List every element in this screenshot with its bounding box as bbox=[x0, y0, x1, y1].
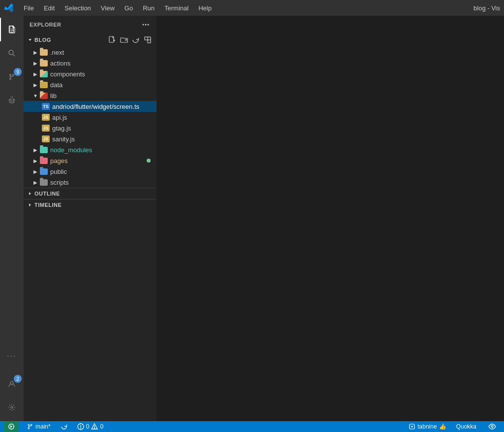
tabnine-label: tabnine bbox=[417, 423, 437, 430]
folder-node-modules-label: node_modules bbox=[50, 146, 92, 154]
status-bar: main* 0 0 tabnine 👍 Quokka bbox=[0, 421, 504, 432]
more-icon bbox=[142, 21, 150, 29]
folder-components-icon bbox=[39, 69, 48, 78]
tree-item-api-js[interactable]: JS api.js bbox=[24, 112, 157, 123]
activity-item-more[interactable]: ··· bbox=[0, 344, 24, 368]
ts-file-icon: TS bbox=[41, 102, 50, 111]
menu-help[interactable]: Help bbox=[194, 3, 216, 13]
folder-public-label: public bbox=[50, 168, 67, 175]
tree-item-node-modules[interactable]: ▶ node_modules bbox=[24, 144, 157, 155]
vscode-logo-icon bbox=[4, 3, 14, 13]
tabnine-icon bbox=[409, 423, 415, 430]
activity-item-settings[interactable] bbox=[0, 396, 24, 419]
svg-point-13 bbox=[143, 24, 144, 25]
status-sync[interactable] bbox=[59, 421, 69, 432]
tree-item-sanity-js[interactable]: JS sanity.js bbox=[24, 133, 157, 144]
tree-item-pages[interactable]: ▶ pages bbox=[24, 155, 157, 166]
chevron-right-icon: ▶ bbox=[32, 70, 39, 78]
collapse-icon bbox=[144, 36, 152, 44]
refresh-button[interactable] bbox=[131, 35, 141, 45]
activity-item-explorer[interactable] bbox=[0, 18, 24, 41]
menu-view[interactable]: View bbox=[97, 3, 119, 13]
main-layout: 9 ··· bbox=[0, 16, 504, 421]
blog-section-header[interactable]: BLOG bbox=[24, 33, 157, 47]
chevron-right-icon bbox=[28, 202, 32, 207]
warning-count: 0 bbox=[100, 423, 103, 430]
chevron-right-icon: ▶ bbox=[32, 167, 39, 175]
explorer-more-button[interactable] bbox=[141, 20, 151, 30]
js-file-icon: JS bbox=[41, 113, 50, 122]
timeline-header[interactable]: TIMELINE bbox=[24, 199, 157, 210]
tree-item-data[interactable]: ▶ data bbox=[24, 79, 157, 90]
menu-file[interactable]: File bbox=[20, 3, 38, 13]
activity-item-debug[interactable] bbox=[0, 89, 24, 112]
menu-edit[interactable]: Edit bbox=[40, 3, 59, 13]
menu-terminal[interactable]: Terminal bbox=[160, 3, 192, 13]
chevron-right-icon: ▶ bbox=[32, 48, 39, 56]
tree-item-gtag-js[interactable]: JS gtag.js bbox=[24, 123, 157, 133]
menu-selection[interactable]: Selection bbox=[61, 3, 94, 13]
tree-item-screen-ts[interactable]: TS andriod/flutter/widget/screen.ts bbox=[24, 101, 157, 112]
branch-name: main* bbox=[35, 423, 51, 430]
tree-item-actions[interactable]: ▶ actions bbox=[24, 58, 157, 68]
window-title: blog - Vis bbox=[473, 4, 500, 12]
folder-public-icon bbox=[39, 167, 48, 176]
status-branch[interactable]: main* bbox=[25, 421, 53, 432]
folder-pages-icon bbox=[39, 156, 48, 165]
tabnine-emoji: 👍 bbox=[439, 423, 446, 430]
menu-run[interactable]: Run bbox=[139, 3, 158, 13]
search-icon bbox=[8, 49, 16, 57]
outline-header[interactable]: OUTLINE bbox=[24, 188, 157, 199]
activity-item-accounts[interactable]: 2 bbox=[0, 372, 24, 396]
file-screen-ts-label: andriod/flutter/widget/screen.ts bbox=[52, 103, 139, 110]
chevron-right-icon: ▶ bbox=[32, 59, 39, 67]
accounts-badge: 2 bbox=[14, 375, 22, 383]
folder-scripts-icon bbox=[39, 178, 48, 187]
menu-bar: File Edit Selection View Go Run Terminal… bbox=[0, 0, 504, 16]
folder-icon bbox=[39, 59, 48, 67]
activity-item-search[interactable] bbox=[0, 41, 24, 65]
file-gtag-js-label: gtag.js bbox=[52, 125, 71, 132]
folder-pages-label: pages bbox=[50, 157, 67, 165]
explorer-title: EXPLORER bbox=[30, 22, 62, 28]
status-eye[interactable] bbox=[484, 421, 500, 432]
tree-item-public[interactable]: ▶ public bbox=[24, 166, 157, 177]
tree-item-lib[interactable]: ▼ lib bbox=[24, 90, 157, 101]
svg-point-25 bbox=[28, 424, 30, 426]
js-file-icon: JS bbox=[41, 124, 50, 133]
refresh-icon bbox=[132, 36, 140, 44]
status-errors[interactable]: 0 0 bbox=[75, 421, 105, 432]
explorer-actions bbox=[141, 20, 151, 30]
new-file-button[interactable] bbox=[107, 35, 117, 45]
file-tree: BLOG bbox=[24, 33, 157, 421]
svg-point-27 bbox=[31, 424, 32, 426]
svg-point-30 bbox=[80, 428, 81, 429]
menu-go[interactable]: Go bbox=[121, 3, 137, 13]
new-folder-button[interactable] bbox=[119, 35, 129, 45]
status-tabnine[interactable]: tabnine 👍 bbox=[407, 421, 448, 432]
timeline-section: TIMELINE bbox=[24, 199, 157, 210]
svg-point-34 bbox=[491, 426, 493, 428]
status-quokka[interactable]: Quokka bbox=[454, 421, 478, 432]
tree-item-components[interactable]: ▶ components bbox=[24, 68, 157, 79]
activity-item-source-control[interactable]: 9 bbox=[0, 65, 24, 89]
chevron-right-icon bbox=[28, 191, 32, 196]
tree-item-scripts[interactable]: ▶ scripts bbox=[24, 177, 157, 188]
outline-title: OUTLINE bbox=[34, 191, 60, 197]
blog-section-title: BLOG bbox=[34, 37, 51, 43]
folder-icon bbox=[39, 48, 48, 57]
svg-rect-22 bbox=[148, 40, 151, 43]
folder-actions-label: actions bbox=[50, 60, 70, 67]
folder-next-label: .next bbox=[50, 49, 64, 56]
source-control-badge: 9 bbox=[14, 68, 22, 76]
sync-icon bbox=[61, 423, 67, 430]
tree-item-next[interactable]: ▶ .next bbox=[24, 47, 157, 58]
folder-data-icon bbox=[39, 80, 48, 89]
collapse-button[interactable] bbox=[143, 35, 153, 45]
timeline-title: TIMELINE bbox=[34, 202, 62, 208]
folder-node-modules-icon bbox=[39, 145, 48, 154]
eye-icon bbox=[488, 423, 496, 431]
chevron-right-icon: ▶ bbox=[32, 81, 39, 89]
status-remote[interactable] bbox=[4, 421, 19, 432]
explorer-header: EXPLORER bbox=[24, 16, 157, 33]
